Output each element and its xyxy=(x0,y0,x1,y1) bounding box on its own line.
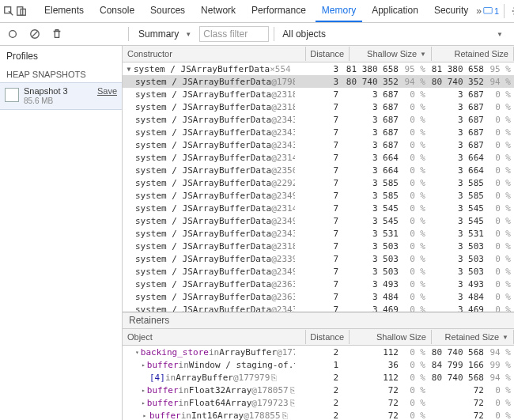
clear-icon[interactable] xyxy=(27,26,43,42)
table-row[interactable]: system / JSArrayBufferData @23391373 503… xyxy=(123,252,514,265)
devtools-topbar: ElementsConsoleSourcesNetworkPerformance… xyxy=(0,0,514,23)
constructors-header: Constructor Distance Shallow Size▼ Retai… xyxy=(123,46,514,62)
table-row[interactable]: system / JSArrayBufferData @23183373 503… xyxy=(123,240,514,252)
table-row[interactable]: system / JSArrayBufferData @23497573 585… xyxy=(123,189,514,202)
inspect-icon[interactable] xyxy=(3,3,14,19)
retainer-row[interactable]: ▾backing_store in ArrayBuffer @177979 ⎘2… xyxy=(123,346,514,358)
profiles-sidebar: Profiles HEAP SNAPSHOTS Snapshot 3 85.6 … xyxy=(0,46,123,420)
table-row[interactable]: system / JSArrayBufferData @22922573 585… xyxy=(123,176,514,189)
main-area: Profiles HEAP SNAPSHOTS Snapshot 3 85.6 … xyxy=(0,46,514,420)
tab-performance[interactable]: Performance xyxy=(245,0,312,22)
retainer-row[interactable]: ▸buffer in Float32Array @178057 ⎘2720 %7… xyxy=(123,384,514,396)
retainers-rows[interactable]: ▾backing_store in ArrayBuffer @177979 ⎘2… xyxy=(123,346,514,420)
table-row[interactable]: system / JSArrayBufferData @23182373 687… xyxy=(123,88,514,100)
chevron-down-icon[interactable]: ▼ xyxy=(497,31,503,38)
table-row[interactable]: system / JSArrayBufferData @23637773 493… xyxy=(123,278,514,290)
retainers-panel: Retainers Object Distance Shallow Size R… xyxy=(123,312,514,420)
separator xyxy=(274,27,274,41)
table-row[interactable]: system / JSArrayBufferData @23494373 545… xyxy=(123,214,514,227)
col-distance[interactable]: Distance xyxy=(306,47,350,61)
snapshot-item[interactable]: Snapshot 3 85.6 MB Save xyxy=(0,82,122,110)
retainer-row[interactable]: ▸buffer in Int16Array @178855 ⎘2720 %720… xyxy=(123,409,514,420)
objects-filter-select[interactable]: All objects xyxy=(279,27,329,41)
messages-count: 1 xyxy=(494,6,499,16)
tab-security[interactable]: Security xyxy=(428,0,474,22)
col-retained-size[interactable]: Retained Size xyxy=(432,47,514,61)
svg-rect-3 xyxy=(484,8,493,14)
chevron-down-icon: ▼ xyxy=(502,334,508,341)
objects-filter-label: All objects xyxy=(282,28,326,40)
table-row[interactable]: system / JSArrayBufferData @23494173 503… xyxy=(123,265,514,278)
snapshot-size: 85.6 MB xyxy=(24,96,93,106)
table-row[interactable]: system / JSArrayBufferData @23434373 687… xyxy=(123,126,514,138)
tab-elements[interactable]: Elements xyxy=(38,0,90,22)
table-row[interactable]: system / JSArrayBufferData @23437573 687… xyxy=(123,138,514,151)
snapshot-icon xyxy=(5,88,19,102)
table-row[interactable]: system / JSArrayBufferData @23439773 469… xyxy=(123,303,514,312)
col-shallow-size[interactable]: Shallow Size xyxy=(350,330,432,344)
tab-sources[interactable]: Sources xyxy=(144,0,191,22)
table-row[interactable]: system / JSArrayBufferData @23439173 531… xyxy=(123,227,514,240)
tab-console[interactable]: Console xyxy=(93,0,141,22)
table-row[interactable]: system / JSArrayBufferData @23433573 687… xyxy=(123,113,514,126)
col-retained-size[interactable]: Retained Size▼ xyxy=(432,330,514,344)
retainer-row[interactable]: ▸buffer in Float64Array @179723 ⎘2720 %7… xyxy=(123,396,514,409)
col-constructor[interactable]: Constructor xyxy=(123,47,306,61)
constructors-rows[interactable]: ▼system / JSArrayBufferData ×554381 380 … xyxy=(123,62,514,312)
col-distance[interactable]: Distance xyxy=(306,330,350,344)
svg-rect-1 xyxy=(17,7,23,16)
class-filter-input[interactable]: Class filter xyxy=(199,26,269,42)
chevron-down-icon: ▼ xyxy=(185,31,191,38)
memory-toolbar: Summary▼ Class filter All objects ▼ xyxy=(0,23,514,46)
table-row[interactable]: system / JSArrayBufferData @23184973 687… xyxy=(123,100,514,113)
table-row[interactable]: system / JSArrayBufferData @179811380 74… xyxy=(123,75,514,88)
save-link[interactable]: Save xyxy=(97,86,117,96)
table-row[interactable]: ▼system / JSArrayBufferData ×554381 380 … xyxy=(123,62,514,75)
col-shallow-size[interactable]: Shallow Size▼ xyxy=(350,47,432,61)
heap-snapshots-section: HEAP SNAPSHOTS xyxy=(0,66,122,82)
snapshot-name: Snapshot 3 xyxy=(24,86,93,96)
retainer-row[interactable]: ▸buffer in Window / staging-of.test.plat… xyxy=(123,358,514,371)
table-row[interactable]: system / JSArrayBufferData @23147973 664… xyxy=(123,151,514,164)
table-row[interactable]: system / JSArrayBufferData @23630573 484… xyxy=(123,290,514,303)
table-row[interactable]: system / JSArrayBufferData @23501773 664… xyxy=(123,164,514,176)
messages-badge[interactable]: 1 xyxy=(483,6,499,16)
col-object[interactable]: Object xyxy=(123,330,306,344)
topbar-right: 1 ⋮ xyxy=(483,3,514,19)
gear-icon[interactable] xyxy=(509,3,514,19)
retainer-row[interactable]: [4] in ArrayBuffer @177979 ⎘21120 %80 74… xyxy=(123,371,514,384)
retainers-header: Object Distance Shallow Size Retained Si… xyxy=(123,329,514,346)
chevron-down-icon: ▼ xyxy=(420,51,426,58)
device-toggle-icon[interactable] xyxy=(16,3,27,19)
separator xyxy=(504,4,505,18)
record-icon[interactable] xyxy=(5,26,21,42)
profiles-title: Profiles xyxy=(0,46,122,66)
retainers-title: Retainers xyxy=(123,312,514,329)
view-select-label: Summary xyxy=(138,28,179,40)
view-select[interactable]: Summary▼ xyxy=(135,27,195,41)
separator xyxy=(128,27,129,41)
tab-network[interactable]: Network xyxy=(195,0,242,22)
table-row[interactable]: system / JSArrayBufferData @23144773 545… xyxy=(123,202,514,214)
more-tabs-icon[interactable]: » xyxy=(476,3,482,19)
heap-content: Constructor Distance Shallow Size▼ Retai… xyxy=(123,46,514,420)
tab-application[interactable]: Application xyxy=(365,0,425,22)
panel-tabs: ElementsConsoleSourcesNetworkPerformance… xyxy=(38,0,474,22)
tab-memory[interactable]: Memory xyxy=(316,0,362,22)
svg-point-5 xyxy=(9,31,17,38)
snapshot-text: Snapshot 3 85.6 MB xyxy=(24,86,93,106)
trash-icon[interactable] xyxy=(49,26,65,42)
